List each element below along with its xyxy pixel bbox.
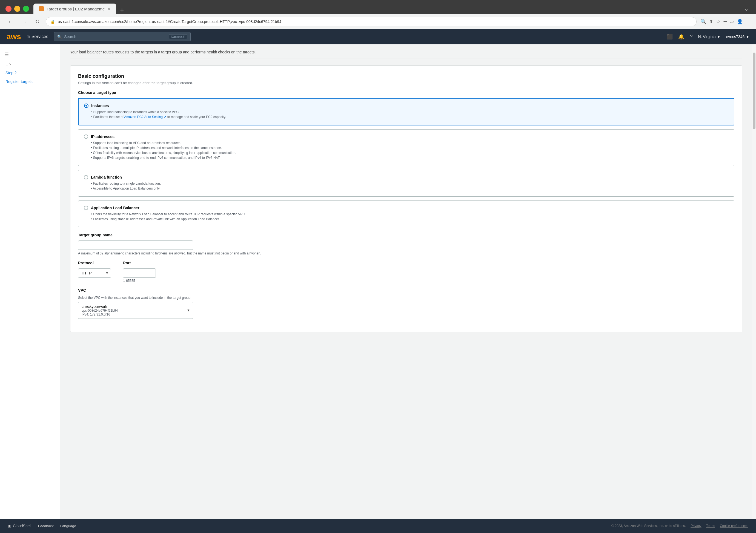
bottom-bar: ▣ CloudShell Feedback Language © 2023, A… [0,519,756,533]
profile-icon[interactable]: 👤 [737,19,743,25]
vpc-name: checkyourwork [82,304,190,309]
ip-bullet-1: • Supports load balancing to VPC and on-… [91,141,729,145]
sidebar-register-targets[interactable]: Register targets [0,77,60,86]
refresh-button[interactable]: ↻ [33,17,42,26]
close-dot[interactable] [6,6,12,12]
back-button[interactable]: ← [6,17,15,26]
aws-topnav: aws ⊞ Services 🔍 [Option+S] ⬛ 🔔 ? N. Vir… [0,29,756,44]
tab-title: Target groups | EC2 Manageme [46,7,105,11]
port-col: Port 80 1-65535 [123,261,156,283]
copyright-section: © 2023, Amazon Web Services, Inc. or its… [611,524,748,528]
target-type-label: Choose a target type [78,91,734,95]
protocol-col: Protocol HTTP HTTPS ▼ [78,261,111,278]
ip-addresses-label: IP addresses [91,134,115,139]
main-content: Your load balancer routes requests to th… [60,44,752,519]
maximize-dot[interactable] [23,6,29,12]
protocol-port-row: Protocol HTTP HTTPS ▼ : Port 80 [78,261,734,283]
target-group-name-label: Target group name [78,233,734,237]
vpc-label: VPC [78,288,734,293]
target-type-alb[interactable]: Application Load Balancer • Offers the f… [78,200,734,227]
lock-icon: 🔒 [50,19,55,24]
ip-addresses-bullets: • Supports load balancing to VPC and on-… [91,141,729,160]
port-range-hint: 1-65535 [123,279,156,283]
ip-bullet-3: • Offers flexibility with microservice b… [91,151,729,155]
vpc-dropdown-arrow: ▼ [187,308,190,312]
region-selector[interactable]: N. Virginia ▼ [698,35,720,39]
protocol-select[interactable]: HTTP HTTPS [78,268,111,278]
alb-label: Application Load Balancer [91,206,139,210]
vpc-ipv4: IPv4: 172.31.0.0/16 [82,312,190,316]
privacy-link[interactable]: Privacy [690,524,701,528]
cloudshell-button[interactable]: ▣ CloudShell [8,524,32,528]
user-menu[interactable]: evecs7346 ▼ [726,35,749,39]
share-icon[interactable]: ⬆ [709,19,713,25]
copyright-text: © 2023, Amazon Web Services, Inc. or its… [611,524,686,528]
topnav-right: ⬛ 🔔 ? N. Virginia ▼ evecs7346 ▼ [667,34,749,40]
vpc-row: VPC Select the VPC with the instances th… [78,288,734,319]
colon-separator: : [117,261,118,274]
sidebar-icon[interactable]: ▱ [730,19,734,25]
minimize-dot[interactable] [14,6,20,12]
terms-link[interactable]: Terms [706,524,715,528]
alb-bullet-1: • Offers the flexibility for a Network L… [91,212,729,216]
ip-bullet-4: • Supports IPv6 targets, enabling end-to… [91,156,729,160]
services-label: Services [32,34,48,39]
cloudshell-label: CloudShell [13,524,32,528]
sidebar-menu-toggle[interactable]: ☰ [0,49,60,60]
lambda-label: Lambda function [91,175,122,179]
forward-button[interactable]: → [19,17,29,26]
target-type-ip-addresses[interactable]: IP addresses • Supports load balancing t… [78,129,734,166]
tab-favicon [39,6,44,11]
lambda-bullets: • Facilitates routing to a single Lambda… [91,182,729,190]
new-tab-button[interactable]: + [116,6,128,14]
active-tab[interactable]: Target groups | EC2 Manageme ✕ [33,4,116,14]
cloudshell-icon: ▣ [8,524,11,528]
target-group-name-hint: A maximum of 32 alphanumeric characters … [78,252,734,255]
vpc-hint: Select the VPC with the instances that y… [78,296,734,300]
search-shortcut: [Option+S] [169,34,187,39]
services-menu-button[interactable]: ⊞ Services [27,34,48,39]
basic-config-section: Basic configuration Settings in this sec… [70,66,742,332]
vpc-id: vpc-008d24c6794f21b94 [82,309,190,312]
aws-logo: aws [7,32,21,41]
url-text: us-east-1.console.aws.amazon.com/ec2/hom… [58,19,692,24]
scrollbar-thumb[interactable] [753,53,755,129]
target-group-name-input[interactable] [78,240,193,250]
cookie-link[interactable]: Cookie preferences [720,524,748,528]
vpc-select[interactable]: checkyourwork vpc-008d24c6794f21b94 IPv4… [78,302,193,319]
ec2-autoscaling-link[interactable]: Amazon EC2 Auto Scaling ↗ [124,115,166,119]
lambda-bullet-2: • Accessible to Application Load Balance… [91,187,729,190]
protocol-label: Protocol [78,261,111,265]
sidebar-step2[interactable]: Step 2 [0,68,60,77]
language-button[interactable]: Language [60,524,76,528]
radio-instances[interactable] [84,103,89,108]
target-type-lambda[interactable]: Lambda function • Facilitates routing to… [78,170,734,197]
cloud9-icon[interactable]: ⬛ [667,34,673,40]
address-bar[interactable]: 🔒 us-east-1.console.aws.amazon.com/ec2/h… [46,17,696,26]
radio-lambda[interactable] [84,175,88,179]
ip-bullet-2: • Facilitates routing to multiple IP add… [91,146,729,150]
search-icon[interactable]: 🔍 [700,19,706,25]
feedback-button[interactable]: Feedback [38,524,54,528]
more-icon[interactable]: ⋮ [745,19,750,25]
port-label: Port [123,261,156,265]
scrollbar-track[interactable] [752,44,756,519]
instances-bullets: • Supports load balancing to instances w… [91,110,728,119]
readinglist-icon[interactable]: ☰ [723,19,727,25]
port-input[interactable]: 80 [123,268,156,278]
bell-icon[interactable]: 🔔 [678,34,684,40]
search-icon: 🔍 [57,35,62,39]
radio-alb[interactable] [84,206,88,210]
protocol-select-wrapper: HTTP HTTPS ▼ [78,268,111,278]
breadcrumb: ... > [0,60,60,68]
tab-close-button[interactable]: ✕ [107,7,111,11]
radio-ip-addresses[interactable] [84,134,88,139]
help-icon[interactable]: ? [690,34,692,40]
window-controls[interactable]: ⌵ [743,3,750,14]
bookmark-icon[interactable]: ☆ [716,19,720,25]
instances-bullet-1: • Supports load balancing to instances w… [91,110,728,114]
target-type-instances[interactable]: Instances • Supports load balancing to i… [78,98,734,125]
page-description: Your load balancer routes requests to th… [70,44,742,59]
search-input[interactable] [64,35,169,39]
aws-search-bar[interactable]: 🔍 [Option+S] [54,32,191,41]
